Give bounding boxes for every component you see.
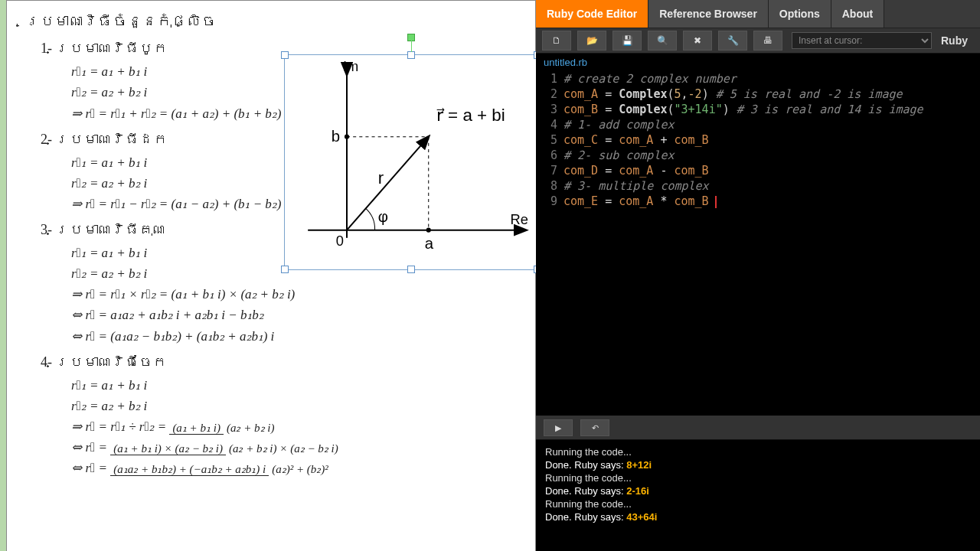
- line-number: 1: [536, 71, 564, 86]
- code-line[interactable]: com_B = Complex("3+14i") # 3 is real and…: [564, 102, 923, 117]
- console-line: Done. Ruby says: 8+12i: [545, 459, 971, 471]
- line-number: 2: [536, 86, 564, 102]
- line-number: 9: [536, 194, 564, 209]
- code-line[interactable]: # 1- add complex: [564, 117, 675, 132]
- line-number: 8: [536, 178, 564, 194]
- resize-handle-nw[interactable]: [281, 51, 289, 59]
- undo-button[interactable]: ↶: [580, 419, 609, 436]
- a-label: a: [425, 235, 434, 252]
- new-button[interactable]: 🗋: [542, 31, 571, 51]
- resize-handle-n[interactable]: [407, 51, 415, 59]
- resize-handle-sw[interactable]: [281, 266, 289, 273]
- wrench-button[interactable]: 🔧: [718, 31, 747, 51]
- frac-num: (a₁ + b₁ i): [169, 422, 224, 435]
- eq-r1d: r⃗₁ = a₁ + b₁ i: [71, 375, 517, 396]
- r-label: r: [378, 168, 384, 187]
- vec-label: r⃗ = a + bi: [436, 106, 505, 125]
- code-line[interactable]: # create 2 complex number: [564, 71, 737, 86]
- eq-r2d: r⃗₂ = a₂ + b₂ i: [71, 396, 517, 416]
- frac-den: (a₂)² + (b₂)²: [269, 463, 332, 475]
- clear-button[interactable]: ✖: [683, 31, 712, 51]
- eq-mul3: ⇔ r⃗ = (a₁a₂ − b₁b₂) + (a₁b₂ + a₂b₁) i: [71, 326, 517, 347]
- doc-title: ប្រមាណវិធីចំនួនកុំផ្លិច: [25, 10, 517, 33]
- rotate-stem: [411, 37, 412, 52]
- phi-label: φ: [378, 208, 388, 225]
- ide-tabs: Ruby Code EditorReference BrowserOptions…: [536, 0, 980, 28]
- line-number: 4: [536, 117, 564, 132]
- line-number: 5: [536, 132, 564, 148]
- console-line: Running the code...: [545, 446, 971, 458]
- open-button[interactable]: 📂: [577, 31, 606, 51]
- code-line[interactable]: com_C = com_A + com_B: [564, 132, 709, 148]
- tab-about[interactable]: About: [831, 0, 884, 28]
- re-label: Re: [510, 211, 528, 227]
- insert-snippet-select[interactable]: Insert at cursor:: [792, 32, 932, 49]
- pt-a: [426, 228, 431, 233]
- tab-options[interactable]: Options: [769, 0, 831, 28]
- b-label: b: [332, 128, 340, 145]
- console-line: Done. Ruby says: 2-16i: [545, 485, 971, 497]
- code-line[interactable]: com_A = Complex(5,-2) # 5 is real and -2…: [564, 86, 903, 102]
- console-line: Running the code...: [545, 498, 971, 510]
- ide-toolbar: 🗋📂💾🔍✖🔧🖶Insert at cursor:Ruby: [536, 28, 980, 54]
- line-number: 3: [536, 102, 564, 117]
- tab-reference-browser[interactable]: Reference Browser: [648, 0, 769, 28]
- save-button[interactable]: 💾: [612, 31, 642, 51]
- output-console: Running the code...Done. Ruby says: 8+12…: [536, 440, 980, 529]
- argand-diagram[interactable]: Im Re b a 0 r φ r⃗ = a + bi: [284, 54, 538, 270]
- text-cursor: [715, 196, 717, 208]
- code-line[interactable]: com_E = com_A * com_B: [564, 194, 717, 209]
- eq-div1-lead: ⇒ r⃗ = r⃗₁ ÷ r⃗₂ =: [71, 419, 169, 434]
- argand-svg: Im Re b a 0 r φ r⃗ = a + bi: [300, 59, 534, 261]
- tab-ruby-code-editor[interactable]: Ruby Code Editor: [536, 0, 648, 28]
- origin-label: 0: [336, 233, 344, 249]
- section-div: 4- ប្រមាណវិធីចែក: [41, 351, 517, 373]
- angle-arc: [365, 208, 374, 230]
- resize-handle-s[interactable]: [407, 266, 415, 273]
- run-toolbar: ▶↶: [536, 416, 980, 440]
- eq-mul1: ⇒ r⃗ = r⃗₁ × r⃗₂ = (a₁ + b₁ i) × (a₂ + b…: [71, 284, 517, 305]
- console-line: Running the code...: [545, 472, 971, 484]
- im-label: Im: [343, 59, 358, 74]
- document-panel: ប្រមាណវិធីចំនួនកុំផ្លិច 1- ប្រមាណវិធីបូក…: [6, 0, 536, 551]
- eq-div2-lead: ⇔ r⃗ =: [71, 440, 110, 455]
- frac-num: (a₁ + b₁ i) × (a₂ − b₂ i): [110, 442, 226, 455]
- frac-num: (a₁a₂ + b₁b₂) + (−a₁b₂ + a₂b₁) i: [110, 463, 269, 476]
- line-number: 6: [536, 148, 564, 163]
- frac-den: (a₂ + b₂ i) × (a₂ − b₂ i): [226, 442, 341, 455]
- eq-div2: ⇔ r⃗ = (a₁ + b₁ i) × (a₂ − b₂ i)(a₂ + b₂…: [71, 437, 517, 458]
- eq-div3: ⇔ r⃗ = (a₁a₂ + b₁b₂) + (−a₁b₂ + a₂b₁) i(…: [71, 458, 517, 478]
- print-button[interactable]: 🖶: [753, 31, 782, 51]
- filename-label[interactable]: untitled.rb: [536, 54, 980, 71]
- eq-div3-lead: ⇔ r⃗ =: [71, 461, 110, 475]
- zoom-button[interactable]: 🔍: [648, 31, 677, 51]
- code-editor[interactable]: 1# create 2 complex number2com_A = Compl…: [536, 71, 980, 416]
- code-line[interactable]: # 2- sub complex: [564, 148, 675, 163]
- eq-div1: ⇒ r⃗ = r⃗₁ ÷ r⃗₂ = (a₁ + b₁ i)(a₂ + b₂ i…: [71, 416, 517, 437]
- console-line: Done. Ruby says: 43+64i: [545, 511, 971, 523]
- pt-b: [345, 135, 349, 139]
- code-line[interactable]: com_D = com_A - com_B: [564, 163, 709, 178]
- eq-mul2: ⇔ r⃗ = a₁a₂ + a₁b₂ i + a₂b₁ i − b₁b₂: [71, 305, 517, 325]
- ide-panel: Ruby Code EditorReference BrowserOptions…: [536, 0, 980, 551]
- language-label: Ruby: [932, 34, 977, 47]
- frac-den: (a₂ + b₂ i): [224, 422, 278, 434]
- run-button[interactable]: ▶: [544, 419, 573, 436]
- code-line[interactable]: # 3- multiple complex: [564, 178, 709, 194]
- line-number: 7: [536, 163, 564, 178]
